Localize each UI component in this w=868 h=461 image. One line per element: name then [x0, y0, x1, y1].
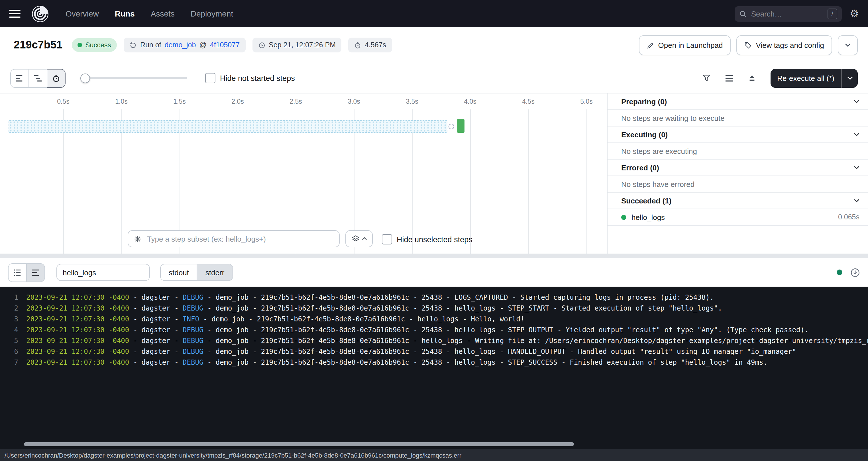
- step-subset-inputbox[interactable]: [128, 230, 340, 247]
- snapshot-link[interactable]: 4f105077: [210, 41, 240, 49]
- structured-logs-button[interactable]: [8, 263, 27, 282]
- pencil-icon: [647, 41, 654, 49]
- step-marker-icon: [448, 124, 454, 129]
- gantt-zoom-slider-knob[interactable]: [80, 73, 90, 83]
- nav-runs[interactable]: Runs: [115, 9, 135, 18]
- chevron-down-icon[interactable]: [854, 132, 860, 136]
- dagster-logo-icon[interactable]: [31, 4, 50, 23]
- log-line: 32023-09-21 12:07:30 -0400 - dagster - I…: [0, 314, 868, 325]
- status-badge: Success: [71, 38, 117, 52]
- panel-empty-executing: No steps are executing: [608, 143, 868, 159]
- log-line: 72023-09-21 12:07:30 -0400 - dagster - D…: [0, 357, 868, 368]
- eject-icon[interactable]: [744, 70, 760, 86]
- nav-overview[interactable]: Overview: [66, 9, 99, 18]
- raw-log-viewer: 12023-09-21 12:07:30 -0400 - dagster - D…: [0, 287, 868, 449]
- clock-icon: [258, 41, 265, 49]
- axis-tick: 2.0s: [221, 98, 255, 105]
- axis-tick: 3.5s: [395, 98, 429, 105]
- reexecute-chevron-icon[interactable]: [842, 76, 858, 80]
- log-line: 12023-09-21 12:07:30 -0400 - dagster - D…: [0, 292, 868, 303]
- axis-tick: 4.5s: [511, 98, 546, 105]
- download-log-icon[interactable]: [850, 268, 860, 277]
- step-subset-input[interactable]: [146, 234, 333, 244]
- open-launchpad-button[interactable]: Open in Launchpad: [639, 35, 731, 55]
- nav-deployment[interactable]: Deployment: [191, 9, 233, 18]
- run-header: 219c7b51 Success Run of demo_job @ 4f105…: [0, 27, 868, 63]
- graph-query-toggle-button[interactable]: [345, 230, 373, 247]
- horizontal-scrollbar[interactable]: [24, 442, 574, 446]
- stopwatch-icon: [354, 41, 361, 49]
- hide-unselected-checkbox-row[interactable]: Hide unselected steps: [382, 234, 472, 244]
- gantt-waterfall-view-button[interactable]: [29, 69, 47, 88]
- gantt-flat-view-button[interactable]: [10, 69, 29, 88]
- rows-icon[interactable]: [721, 70, 737, 86]
- reexecute-all-button[interactable]: Re-execute all (*): [770, 69, 858, 88]
- log-file-path: /Users/erincochran/Desktop/dagster-examp…: [5, 452, 461, 458]
- run-of-tag: Run of demo_job @ 4f105077: [124, 38, 245, 53]
- job-link[interactable]: demo_job: [165, 41, 196, 49]
- gantt-zoom-slider[interactable]: [82, 77, 187, 79]
- log-stream-tabs: stdout stderr: [160, 264, 233, 281]
- gantt-chart: 0.5s 1.0s 1.5s 2.0s 2.5s 3.0s 3.5s 4.0s …: [0, 93, 607, 253]
- step-name[interactable]: hello_logs: [631, 213, 665, 221]
- duration-tag: 4.567s: [348, 38, 392, 53]
- tag-icon: [745, 41, 752, 49]
- log-path-bar: /Users/erincochran/Desktop/dagster-examp…: [0, 449, 868, 461]
- panel-section-preparing[interactable]: Preparing (0): [608, 93, 868, 110]
- gridline: [586, 110, 587, 253]
- caret-up-icon: [362, 237, 367, 241]
- gantt-timing-view-button[interactable]: [47, 69, 66, 88]
- axis-tick: 2.5s: [279, 98, 313, 105]
- settings-gear-icon[interactable]: ⚙: [850, 8, 859, 19]
- panel-empty-errored: No steps have errored: [608, 176, 868, 193]
- hide-not-started-checkbox[interactable]: [205, 73, 215, 83]
- log-step-filter-input[interactable]: [56, 264, 150, 281]
- top-nav: Overview Runs Assets Deployment / ⚙: [0, 0, 868, 27]
- menu-icon[interactable]: [9, 7, 21, 20]
- axis-tick: 3.0s: [337, 98, 371, 105]
- view-tags-config-button[interactable]: View tags and config: [737, 35, 832, 55]
- start-time-tag: Sep 21, 12:07:26 PM: [252, 38, 341, 53]
- chevron-down-icon[interactable]: [854, 198, 860, 203]
- axis-tick: 0.5s: [46, 98, 80, 105]
- run-id: 219c7b51: [14, 39, 62, 51]
- chevron-down-icon[interactable]: [854, 99, 860, 103]
- tab-stderr[interactable]: stderr: [197, 265, 232, 280]
- hide-not-started-label[interactable]: Hide not started steps: [220, 74, 295, 82]
- search-input[interactable]: [750, 9, 824, 19]
- search-shortcut-key: /: [828, 8, 837, 19]
- gridline: [528, 110, 529, 253]
- run-actions-chevron-button[interactable]: [838, 35, 858, 55]
- step-bar-hello-logs[interactable]: [457, 119, 464, 133]
- axis-tick: 4.0s: [453, 98, 487, 105]
- step-duration: 0.065s: [838, 213, 860, 221]
- chevron-down-icon[interactable]: [854, 165, 860, 170]
- search-box[interactable]: /: [735, 6, 842, 21]
- hide-unselected-checkbox[interactable]: [382, 234, 392, 244]
- status-dot-icon: [77, 43, 82, 47]
- success-dot-icon: [621, 215, 626, 220]
- nav-assets[interactable]: Assets: [151, 9, 175, 18]
- log-line: 52023-09-21 12:07:30 -0400 - dagster - D…: [0, 336, 868, 346]
- filter-icon[interactable]: [699, 70, 714, 86]
- raw-logs-button[interactable]: [26, 263, 45, 282]
- axis-tick: 1.0s: [104, 98, 138, 105]
- layers-icon: [351, 235, 359, 243]
- step-waiting-bar: [8, 120, 447, 133]
- log-capture-status-dot: [837, 270, 842, 275]
- hide-not-started-checkbox-row[interactable]: Hide not started steps: [205, 73, 295, 83]
- log-toolbar: stdout stderr: [0, 258, 868, 287]
- dagster-run-page: Overview Runs Assets Deployment / ⚙ 219c…: [0, 0, 868, 461]
- step-status-panel: Preparing (0) No steps are waiting to ex…: [607, 93, 868, 253]
- panel-section-succeeded[interactable]: Succeeded (1): [608, 193, 868, 209]
- tab-stdout[interactable]: stdout: [161, 265, 197, 280]
- gridline: [470, 110, 471, 253]
- panel-section-executing[interactable]: Executing (0): [608, 126, 868, 143]
- panel-section-errored[interactable]: Errored (0): [608, 159, 868, 176]
- log-line: 42023-09-21 12:07:30 -0400 - dagster - D…: [0, 325, 868, 336]
- op-selector-icon: [134, 235, 141, 243]
- panel-resize-handle[interactable]: [0, 253, 868, 258]
- hide-unselected-label[interactable]: Hide unselected steps: [397, 235, 472, 244]
- axis-tick: 1.5s: [162, 98, 197, 105]
- succeeded-step-row[interactable]: hello_logs 0.065s: [608, 209, 868, 226]
